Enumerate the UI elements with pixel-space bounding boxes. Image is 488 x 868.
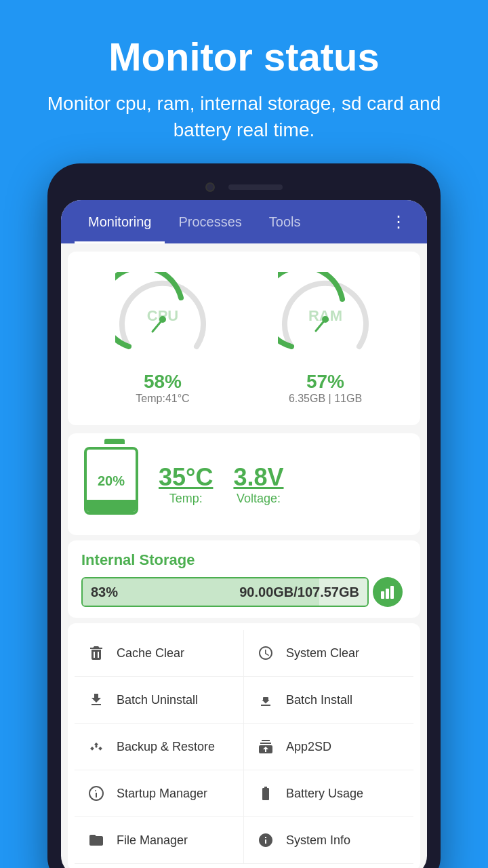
system-info-icon <box>255 829 277 851</box>
tab-monitoring[interactable]: Monitoring <box>75 200 165 243</box>
system-clear-label: System Clear <box>286 646 359 660</box>
battery-panel: 20% 35°C Temp: 3.8V Voltage: <box>68 433 420 535</box>
storage-percent: 83% <box>91 585 118 600</box>
battery-usage-label: Battery Usage <box>286 787 363 801</box>
tool-cache-clear[interactable]: Cache Clear <box>75 630 244 677</box>
file-manager-label: File Manager <box>117 833 188 848</box>
ram-gauge-circle: RAM <box>278 272 373 367</box>
cache-clear-label: Cache Clear <box>117 646 184 660</box>
phone-notch <box>61 177 427 200</box>
cpu-gauge-circle: CPU <box>115 272 210 367</box>
page-title: Monitor status <box>27 34 461 79</box>
battery-voltage-value: 3.8V <box>233 463 283 492</box>
battery-temp-value: 35°C <box>159 463 213 492</box>
battery-voltage: 3.8V Voltage: <box>233 463 283 506</box>
battery-body: 20% <box>84 447 138 515</box>
tool-backup-restore[interactable]: Backup & Restore <box>75 724 244 770</box>
app2sd-icon <box>255 736 277 757</box>
tool-battery-usage[interactable]: Battery Usage <box>244 770 413 817</box>
battery-voltage-label: Voltage: <box>233 492 283 506</box>
cpu-temp: Temp:41°C <box>136 393 189 405</box>
battery-tip <box>104 439 125 444</box>
page-header: Monitor status Monitor cpu, ram, interna… <box>0 0 488 163</box>
monitoring-panel: CPU 58% Temp:41°C <box>68 252 420 425</box>
battery-usage-icon <box>255 783 277 804</box>
tool-file-manager[interactable]: File Manager <box>75 817 244 864</box>
tool-system-info[interactable]: System Info <box>244 817 413 864</box>
startup-manager-label: Startup Manager <box>117 787 207 801</box>
tools-grid: Cache ClearSystem ClearBatch UninstallBa… <box>75 630 413 864</box>
camera-icon <box>205 182 215 192</box>
batch-uninstall-icon <box>85 689 107 711</box>
batch-install-icon <box>255 689 277 711</box>
storage-detail: 90.00GB/107.57GB <box>239 585 359 600</box>
storage-title: Internal Storage <box>81 551 407 569</box>
phone-frame: Monitoring Processes Tools ⋮ <box>47 163 441 868</box>
battery-stats: 35°C Temp: 3.8V Voltage: <box>159 463 404 506</box>
tab-processes[interactable]: Processes <box>165 200 255 243</box>
file-manager-icon <box>85 829 107 851</box>
cache-clear-icon <box>85 642 107 664</box>
svg-rect-6 <box>381 591 384 599</box>
tab-tools[interactable]: Tools <box>256 200 314 243</box>
svg-point-5 <box>322 316 329 323</box>
phone-wrapper: Monitoring Processes Tools ⋮ <box>0 163 488 868</box>
startup-manager-icon <box>85 783 107 804</box>
phone-screen: Monitoring Processes Tools ⋮ <box>61 200 427 868</box>
batch-install-label: Batch Install <box>286 693 352 707</box>
tab-bar: Monitoring Processes Tools ⋮ <box>61 200 427 243</box>
battery-temp: 35°C Temp: <box>159 463 213 506</box>
ram-detail: 6.35GB | 11GB <box>289 393 362 405</box>
ram-percentage: 57% <box>306 371 344 393</box>
cpu-percentage: 58% <box>144 371 182 393</box>
svg-point-2 <box>159 316 166 323</box>
storage-bar: 83% 90.00GB/107.57GB <box>81 577 369 607</box>
storage-chart-button[interactable] <box>373 577 403 607</box>
tool-batch-install[interactable]: Batch Install <box>244 677 413 724</box>
svg-rect-8 <box>390 586 394 599</box>
backup-restore-icon <box>85 736 107 757</box>
cpu-gauge: CPU 58% Temp:41°C <box>85 272 241 405</box>
battery-icon: 20% <box>84 447 145 521</box>
battery-temp-label: Temp: <box>159 492 213 506</box>
ram-gauge: RAM 57% 6.35GB | 11GB <box>247 272 403 405</box>
storage-panel: Internal Storage 83% 90.00GB/107.57GB <box>68 540 420 618</box>
page-subtitle: Monitor cpu, ram, internal storage, sd c… <box>27 90 461 143</box>
backup-restore-label: Backup & Restore <box>117 740 215 754</box>
gauge-row: CPU 58% Temp:41°C <box>81 265 407 412</box>
tools-panel: Cache ClearSystem ClearBatch UninstallBa… <box>68 623 420 868</box>
speaker <box>228 184 283 190</box>
app2sd-label: App2SD <box>286 740 331 754</box>
system-info-label: System Info <box>286 833 350 848</box>
battery-fill <box>87 500 136 512</box>
more-menu-button[interactable]: ⋮ <box>384 205 413 238</box>
tool-startup-manager[interactable]: Startup Manager <box>75 770 244 817</box>
system-clear-icon <box>255 642 277 664</box>
tool-batch-uninstall[interactable]: Batch Uninstall <box>75 677 244 724</box>
svg-rect-7 <box>386 589 389 599</box>
battery-percent-label: 20% <box>98 473 125 489</box>
storage-bar-text: 83% 90.00GB/107.57GB <box>83 585 367 600</box>
tool-app2sd[interactable]: App2SD <box>244 724 413 770</box>
tool-system-clear[interactable]: System Clear <box>244 630 413 677</box>
batch-uninstall-label: Batch Uninstall <box>117 693 198 707</box>
